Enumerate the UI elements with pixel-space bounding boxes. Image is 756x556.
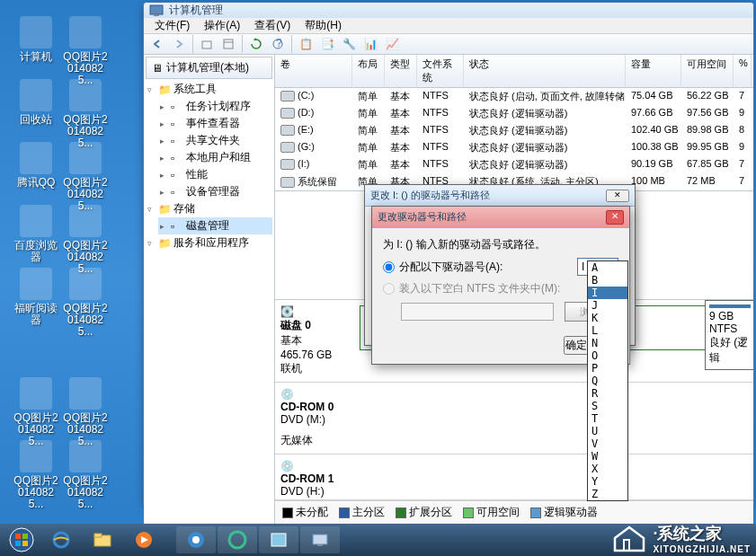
desktop-icon[interactable]: 腾讯QQ: [13, 142, 58, 189]
tool-a[interactable]: 📋: [296, 34, 316, 54]
titlebar[interactable]: 计算机管理: [144, 3, 753, 18]
cdrom-icon: 💿: [280, 388, 352, 401]
desktop-icon[interactable]: QQ图片20140825...: [63, 440, 108, 511]
col-type[interactable]: 类型: [385, 55, 417, 87]
col-free[interactable]: 可用空间: [681, 55, 734, 87]
drive-letter-option[interactable]: W: [588, 450, 627, 463]
drive-letter-option[interactable]: N: [588, 337, 627, 349]
desktop-icon[interactable]: QQ图片20140825...: [13, 377, 58, 448]
tool-d[interactable]: 📊: [360, 34, 380, 54]
start-button[interactable]: [4, 526, 40, 553]
tree-root[interactable]: 🖥 计算机管理(本地): [146, 57, 272, 79]
drive-letter-option[interactable]: Q: [588, 375, 627, 387]
taskbar-media[interactable]: [124, 526, 164, 553]
tool-c[interactable]: 🔧: [339, 34, 359, 54]
tool-props[interactable]: [218, 34, 238, 54]
dialog-inner-title: 更改驱动器号和路径: [378, 210, 606, 224]
drive-letter-option[interactable]: T: [588, 412, 627, 425]
col-capacity[interactable]: 容量: [626, 55, 681, 87]
drive-letter-option[interactable]: Y: [588, 475, 627, 488]
tool-refresh[interactable]: [246, 34, 266, 54]
desktop-icon[interactable]: 百度浏览器: [13, 205, 58, 263]
menu-action[interactable]: 操作(A): [197, 18, 247, 33]
radio-mount-folder[interactable]: 装入以下空白 NTFS 文件夹中(M):: [383, 281, 618, 296]
taskbar-mgmt[interactable]: [300, 526, 340, 553]
drive-letter-option[interactable]: P: [588, 362, 627, 375]
tree-item[interactable]: ▸▫性能: [158, 166, 272, 183]
desktop-icon[interactable]: QQ图片20140825...: [63, 268, 108, 339]
tool-b[interactable]: 📑: [317, 34, 337, 54]
radio-mount-input[interactable]: [383, 283, 395, 295]
volume-row[interactable]: (G:) 简单 基本 NTFS 状态良好 (逻辑驱动器) 100.38 GB 9…: [275, 139, 753, 156]
menu-help[interactable]: 帮助(H): [298, 18, 349, 33]
taskbar-explorer[interactable]: [83, 526, 122, 553]
tool-back[interactable]: [147, 34, 167, 54]
drive-letter-option[interactable]: B: [588, 274, 627, 287]
tool-forward[interactable]: [169, 34, 189, 54]
col-volume[interactable]: 卷: [275, 55, 352, 87]
desktop-icon[interactable]: 福昕阅读器: [13, 268, 58, 326]
drive-letter-option[interactable]: O: [588, 349, 627, 362]
desktop-icon[interactable]: 计算机: [13, 16, 58, 63]
tool-e[interactable]: 📈: [382, 34, 402, 54]
disk-0-type: 基本: [280, 333, 352, 349]
tree-item[interactable]: ▸▫共享文件夹: [158, 132, 272, 149]
volume-row[interactable]: (E:) 简单 基本 NTFS 状态良好 (逻辑驱动器) 102.40 GB 8…: [275, 122, 753, 139]
taskbar-qq[interactable]: [218, 526, 257, 553]
col-layout[interactable]: 布局: [352, 55, 385, 87]
drive-letter-option[interactable]: K: [588, 312, 627, 324]
taskbar-image[interactable]: [259, 526, 298, 553]
cdrom-1-block: 💿 CD-ROM 1 DVD (H:): [275, 455, 753, 500]
dialog-outer-close-button[interactable]: ✕: [606, 190, 629, 202]
dialog-inner-titlebar[interactable]: 更改驱动器号和路径 ✕: [372, 207, 629, 228]
desktop-icon[interactable]: QQ图片20140825...: [13, 440, 58, 511]
volume-row[interactable]: (C:) 简单 基本 NTFS 状态良好 (启动, 页面文件, 故障转储, 主分…: [275, 88, 753, 105]
drive-letter-option[interactable]: Z: [588, 488, 627, 500]
drive-icon: [280, 108, 295, 119]
drive-letter-option[interactable]: X: [588, 463, 627, 475]
taskbar-ie[interactable]: [41, 526, 81, 553]
desktop-icon[interactable]: QQ图片20140825...: [63, 205, 108, 276]
desktop-icon[interactable]: 回收站: [13, 79, 58, 126]
menu-file[interactable]: 文件(F): [147, 18, 197, 33]
dialog-outer-titlebar[interactable]: 更改 I: () 的驱动器号和路径 ✕: [365, 185, 635, 207]
volume-row[interactable]: (D:) 简单 基本 NTFS 状态良好 (逻辑驱动器) 97.66 GB 97…: [275, 105, 753, 122]
desktop-icon-image: [20, 16, 52, 49]
drive-letter-option[interactable]: R: [588, 387, 627, 400]
drive-letter-option[interactable]: J: [588, 299, 627, 312]
svg-rect-2: [202, 41, 211, 49]
desktop-icon[interactable]: QQ图片20140825...: [63, 377, 108, 448]
tree-group[interactable]: ▿📁服务和应用程序: [146, 234, 272, 252]
desktop-icon[interactable]: QQ图片20140825...: [63, 16, 108, 87]
tree-group[interactable]: ▿📁存储: [146, 200, 272, 217]
drive-letter-option[interactable]: U: [588, 425, 627, 437]
desktop-icon-label: 计算机: [13, 51, 58, 63]
dialog-inner-close-button[interactable]: ✕: [606, 210, 624, 225]
radio-assign-input[interactable]: [383, 261, 395, 273]
tree-item[interactable]: ▸▫任务计划程序: [158, 98, 272, 115]
desktop-icon[interactable]: QQ图片20140825...: [63, 79, 108, 150]
drive-letter-option[interactable]: I: [588, 287, 627, 299]
tree-item[interactable]: ▸▫事件查看器: [158, 115, 272, 132]
drive-letter-option[interactable]: S: [588, 400, 627, 412]
tool-help[interactable]: ?: [268, 34, 288, 54]
drive-letter-option[interactable]: V: [588, 437, 627, 450]
menu-view[interactable]: 查看(V): [247, 18, 298, 33]
tree-group[interactable]: ▿📁系统工具: [146, 81, 272, 98]
volume-row[interactable]: (I:) 简单 基本 NTFS 状态良好 (逻辑驱动器) 90.19 GB 67…: [275, 156, 753, 173]
drive-letter-dropdown-list[interactable]: ABIJKLNOPQRSTUVWXYZ: [587, 260, 628, 501]
drive-letter-option[interactable]: L: [588, 324, 627, 337]
tool-up[interactable]: [197, 34, 217, 54]
taskbar-browser[interactable]: [176, 526, 216, 553]
col-fs[interactable]: 文件系统: [417, 55, 464, 87]
partition-hidden[interactable]: 9 GB NTFS 良好 (逻辑: [705, 300, 753, 370]
tree-item[interactable]: ▸▫设备管理器: [158, 183, 272, 200]
col-status[interactable]: 状态: [464, 55, 626, 87]
radio-assign-letter[interactable]: 分配以下驱动器号(A): I: [383, 258, 618, 276]
drive-letter-option[interactable]: A: [588, 261, 627, 274]
col-pct[interactable]: %: [734, 55, 752, 87]
desktop-icon[interactable]: QQ图片20140825...: [63, 142, 108, 213]
inner-ok-button[interactable]: 确定: [564, 336, 589, 355]
tree-item[interactable]: ▸▫磁盘管理: [158, 217, 272, 234]
tree-item[interactable]: ▸▫本地用户和组: [158, 149, 272, 166]
